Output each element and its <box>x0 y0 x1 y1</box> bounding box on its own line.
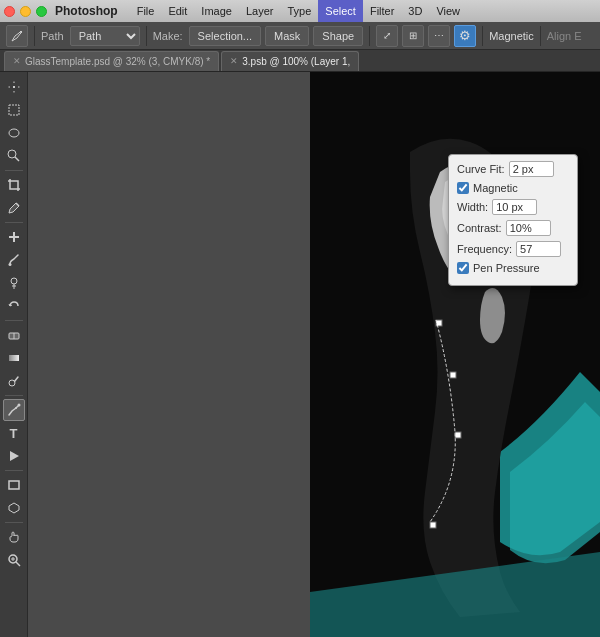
move-tool[interactable] <box>3 76 25 98</box>
transform-icon[interactable]: ⤢ <box>376 25 398 47</box>
hand-tool[interactable] <box>3 526 25 548</box>
menu-view[interactable]: View <box>429 0 467 22</box>
svg-point-5 <box>8 263 11 266</box>
healing-tool[interactable] <box>3 226 25 248</box>
3d-tool[interactable] <box>3 497 25 519</box>
magnetic-label: Magnetic <box>489 30 534 42</box>
shape-button[interactable]: Shape <box>313 26 363 46</box>
tab-3psb[interactable]: ✕ 3.psb @ 100% (Layer 1, <box>221 51 359 71</box>
pen-tool-icon[interactable] <box>6 25 28 47</box>
dodge-tool[interactable] <box>3 370 25 392</box>
close-button[interactable] <box>4 6 15 17</box>
sep2 <box>146 26 147 46</box>
minimize-button[interactable] <box>20 6 31 17</box>
pen-tool-active[interactable] <box>3 399 25 421</box>
menu-image[interactable]: Image <box>194 0 239 22</box>
magnetic-checkbox[interactable] <box>457 182 469 194</box>
svg-rect-22 <box>430 522 436 528</box>
quick-select-tool[interactable] <box>3 145 25 167</box>
frequency-row: Frequency: <box>457 241 569 257</box>
tool-separator-6 <box>5 522 23 523</box>
svg-rect-20 <box>450 372 456 378</box>
mask-button[interactable]: Mask <box>265 26 309 46</box>
menu-filter[interactable]: Filter <box>363 0 401 22</box>
lasso-tool[interactable] <box>3 122 25 144</box>
svg-rect-9 <box>9 355 19 361</box>
menu-layer[interactable]: Layer <box>239 0 281 22</box>
gradient-tool[interactable] <box>3 347 25 369</box>
svg-rect-21 <box>455 432 461 438</box>
align-edge-label: Align E <box>547 30 582 42</box>
tab-glastemplate-label: GlassTemplate.psd @ 32% (3, CMYK/8) * <box>25 56 210 67</box>
svg-rect-1 <box>9 105 19 115</box>
make-label: Make: <box>153 30 183 42</box>
curve-fit-row: Curve Fit: <box>457 161 569 177</box>
menu-edit[interactable]: Edit <box>161 0 194 22</box>
svg-line-15 <box>16 562 20 566</box>
menu-3d[interactable]: 3D <box>401 0 429 22</box>
gear-icon[interactable]: ⚙ <box>454 25 476 47</box>
options-bar: Path Path Shape Make: Selection... Mask … <box>0 22 600 50</box>
width-input[interactable] <box>492 199 537 215</box>
path-label: Path <box>41 30 64 42</box>
svg-point-12 <box>15 407 17 409</box>
menu-select[interactable]: Select <box>318 0 363 22</box>
warp-icon[interactable]: ⊞ <box>402 25 424 47</box>
width-row: Width: <box>457 199 569 215</box>
svg-line-4 <box>15 157 19 161</box>
magnetic-row: Magnetic <box>457 182 569 194</box>
pen-pressure-row: Pen Pressure <box>457 262 569 274</box>
menu-file[interactable]: File <box>130 0 162 22</box>
clone-stamp-tool[interactable] <box>3 272 25 294</box>
eraser-tool[interactable] <box>3 324 25 346</box>
zoom-tool[interactable] <box>3 549 25 571</box>
tab-glastemplate[interactable]: ✕ GlassTemplate.psd @ 32% (3, CMYK/8) * <box>4 51 219 71</box>
sep5 <box>540 26 541 46</box>
svg-point-6 <box>11 278 17 284</box>
width-label: Width: <box>457 201 488 213</box>
crop-tool[interactable] <box>3 174 25 196</box>
marquee-tool[interactable] <box>3 99 25 121</box>
tool-separator-5 <box>5 470 23 471</box>
tab-close-icon[interactable]: ✕ <box>13 56 21 66</box>
brush-tool[interactable] <box>3 249 25 271</box>
popup-panel: Curve Fit: Magnetic Width: Contrast: Fre… <box>448 154 578 286</box>
tab-3psb-label: 3.psb @ 100% (Layer 1, <box>242 56 350 67</box>
sep4 <box>482 26 483 46</box>
contrast-input[interactable] <box>506 220 551 236</box>
history-brush-tool[interactable] <box>3 295 25 317</box>
selection-button[interactable]: Selection... <box>189 26 261 46</box>
canvas-area[interactable]: Curve Fit: Magnetic Width: Contrast: Fre… <box>28 72 600 637</box>
frequency-input[interactable] <box>516 241 561 257</box>
tool-separator-1 <box>5 170 23 171</box>
pen-pressure-label: Pen Pressure <box>473 262 540 274</box>
menu-bar: Photoshop File Edit Image Layer Type Sel… <box>0 0 600 22</box>
path-dropdown[interactable]: Path Shape <box>70 26 140 46</box>
align-icon[interactable]: ⋯ <box>428 25 450 47</box>
svg-rect-13 <box>9 481 19 489</box>
type-icon: T <box>10 426 18 441</box>
main-layout: T <box>0 72 600 637</box>
path-select-tool[interactable] <box>3 445 25 467</box>
frequency-label: Frequency: <box>457 243 512 255</box>
type-tool[interactable]: T <box>3 422 25 444</box>
curve-fit-label: Curve Fit: <box>457 163 505 175</box>
tab-3psb-close-icon[interactable]: ✕ <box>230 56 238 66</box>
maximize-button[interactable] <box>36 6 47 17</box>
svg-point-0 <box>20 31 22 33</box>
svg-point-2 <box>9 129 19 137</box>
svg-point-11 <box>17 404 20 407</box>
sep1 <box>34 26 35 46</box>
contrast-row: Contrast: <box>457 220 569 236</box>
menu-type[interactable]: Type <box>280 0 318 22</box>
rectangle-tool[interactable] <box>3 474 25 496</box>
toolbox: T <box>0 72 28 637</box>
tool-separator-3 <box>5 320 23 321</box>
app-name: Photoshop <box>55 4 118 18</box>
sep3 <box>369 26 370 46</box>
tabs-bar: ✕ GlassTemplate.psd @ 32% (3, CMYK/8) * … <box>0 50 600 72</box>
traffic-lights <box>4 6 47 17</box>
pen-pressure-checkbox[interactable] <box>457 262 469 274</box>
eyedropper-tool[interactable] <box>3 197 25 219</box>
curve-fit-input[interactable] <box>509 161 554 177</box>
